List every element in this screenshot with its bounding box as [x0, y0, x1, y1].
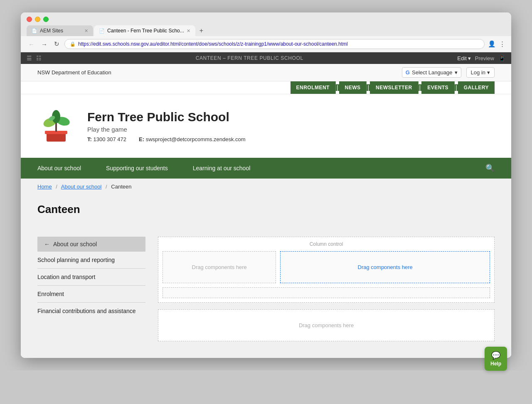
sidebar-item-location[interactable]: Location and transport [37, 269, 145, 286]
sidebar-back-label: About our school [53, 241, 97, 247]
breadcrumb-sep-2: / [106, 184, 107, 190]
breadcrumb-sep-1: / [56, 184, 57, 190]
tab-icon-active: 📄 [99, 28, 105, 34]
sidebar-item-enrolment[interactable]: Enrolment [37, 286, 145, 303]
page-title: Canteen [37, 203, 495, 216]
back-button[interactable]: ← [27, 40, 36, 49]
help-chat-icon: 💬 [490, 351, 501, 360]
edit-label: Edit [457, 55, 466, 61]
login-button[interactable]: Log in ▾ [466, 67, 495, 78]
close-window-button[interactable] [27, 17, 32, 22]
content-area: Column control Drag components here Drag… [158, 237, 495, 341]
profile-icon[interactable]: 👤 [488, 40, 496, 48]
sidebar-toggle-icon[interactable]: ☰ [27, 55, 32, 61]
title-bar: 📄 AEM Sites ✕ 📄 Canteen - Fern Tree Publ… [21, 12, 511, 36]
preview-button[interactable]: Preview [475, 55, 494, 61]
email-contact: E: swsproject@detcorpcomms.zendesk.com [139, 136, 246, 142]
column-control: Column control Drag components here Drag… [158, 237, 495, 303]
school-logo [37, 107, 75, 145]
breadcrumb-about[interactable]: About our school [61, 184, 102, 190]
cms-toolbar-title: CANTEEN – FERN TREE PUBLIC SCHOOL [196, 55, 303, 61]
tab-label-active: Canteen - Fern Tree Public Scho... [107, 28, 184, 34]
drag-left-column[interactable]: Drag components here [163, 251, 276, 283]
school-info: Fern Tree Public School Play the game T:… [87, 110, 246, 142]
main-navigation: About our school Supporting our students… [21, 158, 511, 179]
sidebar-item-financial[interactable]: Financial contributions and assistance [37, 303, 145, 319]
nav-enrolment[interactable]: ENROLMENT [291, 81, 336, 94]
school-tagline: Play the game [87, 126, 246, 133]
select-language-button[interactable]: G Select Language ▾ [402, 67, 461, 78]
nav-bar: ENROLMENT | NEWS | NEWSLETTER | EVENTS |… [21, 81, 511, 94]
google-g-icon: G [406, 69, 410, 76]
top-bar: NSW Department of Education G Select Lan… [21, 64, 511, 81]
language-chevron-icon: ▾ [455, 69, 458, 76]
tab-label: AEM Sites [40, 28, 63, 34]
breadcrumb-current: Canteen [111, 184, 131, 190]
school-header: Fern Tree Public School Play the game T:… [21, 94, 511, 158]
nav-events[interactable]: EVENTS [421, 81, 455, 94]
main-nav-about[interactable]: About our school [37, 159, 94, 177]
email-address: swsproject@detcorpcomms.zendesk.com [146, 136, 246, 142]
nav-newsletter[interactable]: NEWSLETTER [370, 81, 418, 94]
forward-button[interactable]: → [39, 40, 49, 49]
tab-canteen[interactable]: 📄 Canteen - Fern Tree Public Scho... ✕ [94, 25, 195, 36]
url-bar[interactable]: 🔒 https://edit.sws.schools.nsw.gov.au/ed… [64, 39, 485, 49]
emulator-icon[interactable]: 📱 [498, 55, 505, 61]
tab-close-button[interactable]: ✕ [84, 28, 88, 34]
svg-rect-2 [55, 122, 57, 132]
page-content: NSW Department of Education G Select Lan… [21, 64, 511, 358]
drag-area-below[interactable]: Drag components here [158, 309, 495, 341]
sidebar-back-button[interactable]: ← About our school [37, 237, 145, 252]
phone-contact: T: 1300 307 472 [87, 136, 126, 142]
drag-bottom-row [163, 287, 490, 298]
nav-gallery[interactable]: GALLERY [458, 81, 495, 94]
edit-button[interactable]: Edit ▾ [457, 55, 470, 61]
cms-toolbar-left: ☰ ☷ [27, 55, 42, 61]
help-button[interactable]: 💬 Help [485, 347, 507, 370]
lock-icon: 🔒 [70, 42, 76, 47]
address-bar: ← → ↻ 🔒 https://edit.sws.schools.nsw.gov… [21, 36, 511, 52]
nav-links: ENROLMENT | NEWS | NEWSLETTER | EVENTS |… [291, 81, 495, 94]
back-arrow-icon: ← [44, 241, 50, 247]
phone-label: T: [87, 136, 92, 142]
tab-aem-sites[interactable]: 📄 AEM Sites ✕ [27, 25, 93, 36]
page-title-area: Canteen [21, 195, 511, 228]
breadcrumb-home[interactable]: Home [37, 184, 52, 190]
traffic-lights [27, 17, 505, 22]
main-nav-learning[interactable]: Learning at our school [180, 159, 263, 177]
sidebar: ← About our school School planning and r… [37, 237, 145, 341]
cms-toolbar-right: Edit ▾ Preview 📱 [457, 55, 505, 61]
login-label: Log in [471, 69, 485, 76]
tab-close-active-button[interactable]: ✕ [187, 28, 190, 34]
settings-icon[interactable]: ☷ [36, 55, 42, 61]
select-language-label: Select Language [412, 69, 453, 76]
dept-name: NSW Department of Education [37, 69, 111, 76]
cms-toolbar: ☰ ☷ CANTEEN – FERN TREE PUBLIC SCHOOL Ed… [21, 52, 511, 64]
reload-button[interactable]: ↻ [52, 39, 61, 49]
columns-row: Drag components here Drag components her… [163, 251, 490, 283]
sidebar-item-school-planning[interactable]: School planning and reporting [37, 252, 145, 269]
url-text: https://edit.sws.schools.nsw.gov.au/edit… [78, 41, 348, 47]
top-bar-right: G Select Language ▾ Log in ▾ [402, 67, 495, 78]
tab-icon: 📄 [32, 28, 37, 34]
school-name: Fern Tree Public School [87, 110, 246, 124]
column-control-label: Column control [163, 241, 490, 247]
menu-icon[interactable]: ⋮ [499, 40, 505, 48]
edit-chevron-icon: ▾ [468, 55, 471, 61]
email-label: E: [139, 136, 144, 142]
browser-window: 📄 AEM Sites ✕ 📄 Canteen - Fern Tree Publ… [21, 12, 511, 358]
minimize-window-button[interactable] [35, 17, 40, 22]
breadcrumb: Home / About our school / Canteen [21, 179, 511, 195]
search-icon[interactable]: 🔍 [485, 158, 495, 179]
main-layout: ← About our school School planning and r… [21, 228, 511, 358]
main-nav-supporting[interactable]: Supporting our students [94, 159, 180, 177]
phone-number: 1300 307 472 [93, 136, 126, 142]
new-tab-button[interactable]: + [196, 25, 207, 36]
login-chevron-icon: ▾ [487, 69, 490, 76]
nav-news[interactable]: NEWS [339, 81, 367, 94]
tabs-row: 📄 AEM Sites ✕ 📄 Canteen - Fern Tree Publ… [27, 25, 505, 36]
maximize-window-button[interactable] [43, 17, 49, 22]
school-contact: T: 1300 307 472 E: swsproject@detcorpcom… [87, 136, 246, 142]
drag-right-column[interactable]: Drag components here [280, 251, 490, 283]
help-label: Help [490, 361, 501, 367]
